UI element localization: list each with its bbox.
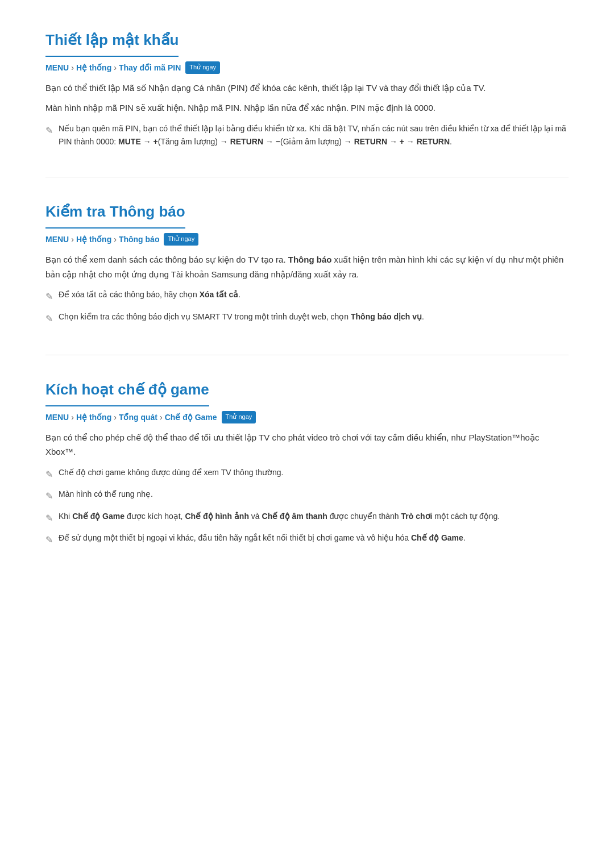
note-text-2-1: Để xóa tất cả các thông báo, hãy chọn Xó… bbox=[59, 288, 240, 301]
menu-path-1: MENU › Hệ thống › Thay đổi mã PIN Thử ng… bbox=[45, 61, 569, 74]
minus-key: − bbox=[276, 137, 280, 146]
section-title-1: Thiết lập mật khẩu bbox=[45, 28, 179, 57]
che-do-game-bold-1: Chế độ Game bbox=[72, 512, 125, 521]
menu-path-2: MENU › Hệ thống › Thông báo Thử ngay bbox=[45, 233, 569, 246]
divider-1 bbox=[45, 177, 569, 177]
che-do-game-bold-2: Chế độ Game bbox=[411, 533, 463, 542]
note-item-3-4: ✎ Để sử dụng một thiết bị ngoại vi khác,… bbox=[45, 531, 569, 547]
note-text-3-1: Chế độ chơi game không được dùng để xem … bbox=[59, 466, 284, 479]
return-key-2: RETURN bbox=[354, 137, 387, 146]
thay-doi-ma-pin: Thay đổi mã PIN bbox=[119, 61, 181, 74]
note-item-2-1: ✎ Để xóa tất cả các thông báo, hãy chọn … bbox=[45, 288, 569, 304]
body-text-1-1: Bạn có thể thiết lập Mã số Nhận dạng Cá … bbox=[45, 81, 569, 95]
note-item-3-3: ✎ Khi Chế độ Game được kích hoạt, Chế độ… bbox=[45, 510, 569, 526]
badge-2: Thử ngay bbox=[164, 233, 198, 246]
xoa-tat-ca: Xóa tất cả bbox=[200, 290, 239, 299]
he-thong-3: Hệ thống bbox=[76, 411, 111, 423]
he-thong-2: Hệ thống bbox=[76, 233, 111, 246]
divider-2 bbox=[45, 355, 569, 355]
note-text-3-4: Để sử dụng một thiết bị ngoại vi khác, đ… bbox=[59, 531, 466, 545]
tro-choi: Trò chơi bbox=[401, 512, 433, 521]
mute-key: MUTE bbox=[118, 137, 141, 146]
thong-bao-dich-vu: Thông báo dịch vụ bbox=[351, 312, 422, 321]
menu-word-1: MENU bbox=[45, 61, 69, 74]
note-item-2-2: ✎ Chọn kiểm tra các thông báo dịch vụ SM… bbox=[45, 310, 569, 326]
note-pencil-icon-2-2: ✎ bbox=[45, 312, 53, 326]
note-text-1-1: Nếu bạn quên mã PIN, bạn có thể thiết lậ… bbox=[59, 122, 569, 148]
plus-key-2: + bbox=[400, 137, 404, 146]
note-pencil-icon-1: ✎ bbox=[45, 123, 53, 138]
note-pencil-icon-2-1: ✎ bbox=[45, 289, 53, 304]
note-text-2-2: Chọn kiểm tra các thông báo dịch vụ SMAR… bbox=[59, 310, 424, 323]
body-text-1-2: Màn hình nhập mã PIN sẽ xuất hiện. Nhập … bbox=[45, 101, 569, 115]
menu-word-2: MENU bbox=[45, 233, 69, 246]
che-do-game-menu: Chế độ Game bbox=[165, 411, 217, 423]
section-kich-hoat-che-do-game: Kích hoạt chế độ game MENU › Hệ thống › … bbox=[45, 378, 569, 548]
note-pencil-icon-3-2: ✎ bbox=[45, 489, 53, 504]
body-text-2-1: Bạn có thể xem danh sách các thông báo s… bbox=[45, 252, 569, 281]
che-do-am-thanh: Chế độ âm thanh bbox=[262, 512, 327, 521]
return-key-1: RETURN bbox=[230, 137, 263, 146]
note-list-3: ✎ Chế độ chơi game không được dùng để xe… bbox=[45, 466, 569, 548]
thong-bao-menu: Thông báo bbox=[119, 233, 160, 246]
note-list-2: ✎ Để xóa tất cả các thông báo, hãy chọn … bbox=[45, 288, 569, 326]
thong-bao-bold: Thông báo bbox=[288, 255, 332, 264]
note-list-1: ✎ Nếu bạn quên mã PIN, bạn có thể thiết … bbox=[45, 122, 569, 148]
note-item-3-1: ✎ Chế độ chơi game không được dùng để xe… bbox=[45, 466, 569, 482]
menu-word-3: MENU bbox=[45, 411, 69, 423]
note-pencil-icon-3-4: ✎ bbox=[45, 533, 53, 547]
note-text-3-2: Màn hình có thể rung nhẹ. bbox=[59, 488, 153, 501]
tong-quat: Tổng quát bbox=[119, 411, 157, 423]
badge-1: Thử ngay bbox=[185, 61, 220, 74]
badge-3: Thử ngay bbox=[222, 411, 256, 423]
note-item-3-2: ✎ Màn hình có thể rung nhẹ. bbox=[45, 488, 569, 504]
menu-path-3: MENU › Hệ thống › Tổng quát › Chế độ Gam… bbox=[45, 411, 569, 423]
section-thiet-lap-mat-khau: Thiết lập mật khẩu MENU › Hệ thống › Tha… bbox=[45, 28, 569, 148]
section-kiem-tra-thong-bao: Kiểm tra Thông báo MENU › Hệ thống › Thô… bbox=[45, 200, 569, 326]
note-pencil-icon-3-3: ✎ bbox=[45, 511, 53, 526]
note-pencil-icon-3-1: ✎ bbox=[45, 467, 53, 482]
plus-key: + bbox=[154, 137, 158, 146]
he-thong-1: Hệ thống bbox=[76, 61, 111, 74]
che-do-hinh-anh: Chế độ hình ảnh bbox=[185, 512, 249, 521]
note-item-1-1: ✎ Nếu bạn quên mã PIN, bạn có thể thiết … bbox=[45, 122, 569, 148]
section-title-2: Kiểm tra Thông báo bbox=[45, 200, 185, 229]
return-key-3: RETURN bbox=[417, 137, 450, 146]
note-text-3-3: Khi Chế độ Game được kích hoạt, Chế độ h… bbox=[59, 510, 500, 523]
body-text-3-1: Bạn có thể cho phép chế độ thể thao để t… bbox=[45, 430, 569, 459]
section-title-3: Kích hoạt chế độ game bbox=[45, 378, 209, 406]
